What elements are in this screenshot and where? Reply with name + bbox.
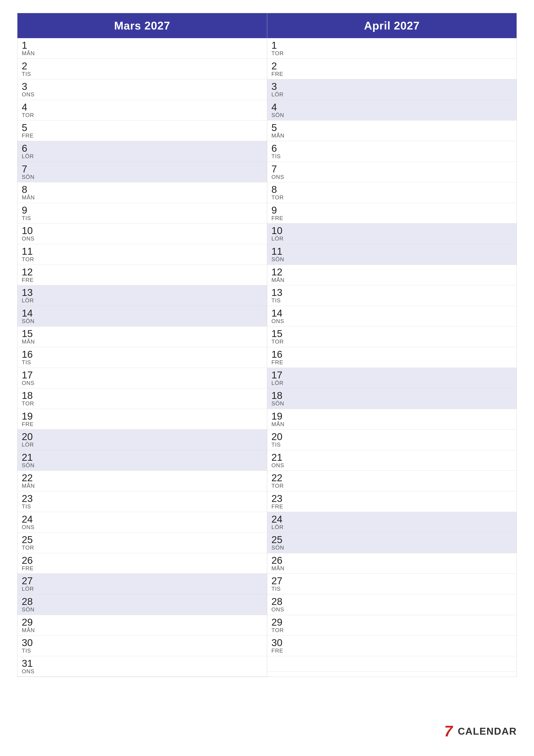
april-day-info-3: 3LÖR	[271, 81, 284, 97]
april-day-row-23: 23FRE	[267, 491, 517, 512]
mars-day-number-20: 20	[22, 432, 34, 442]
april-day-number-5: 5	[271, 122, 285, 133]
april-day-name-22: TOR	[271, 483, 284, 489]
april-day-info-9: 9FRE	[271, 205, 283, 221]
mars-day-number-10: 10	[22, 226, 35, 235]
mars-day-number-16: 16	[22, 349, 33, 359]
mars-day-number-22: 22	[22, 473, 35, 483]
mars-day-info-25: 25TOR	[22, 535, 34, 551]
mars-day-number-19: 19	[22, 411, 34, 421]
mars-day-name-30: TIS	[22, 648, 33, 654]
april-day-name-24: LÖR	[271, 524, 284, 530]
april-day-number-24: 24	[271, 514, 284, 524]
april-day-name-21: ONS	[271, 462, 284, 469]
mars-day-number-18: 18	[22, 391, 34, 400]
april-blank-row	[267, 656, 517, 672]
april-day-name-13: TIS	[271, 297, 283, 304]
april-day-number-16: 16	[271, 349, 283, 359]
mars-day-name-16: TIS	[22, 359, 33, 365]
mars-day-number-17: 17	[22, 370, 35, 380]
april-day-name-15: TOR	[271, 338, 284, 345]
mars-day-number-28: 28	[22, 597, 35, 607]
april-day-number-10: 10	[271, 226, 284, 235]
april-day-row-9: 9FRE	[267, 203, 517, 224]
mars-day-row-15: 15MÅN	[17, 327, 267, 347]
mars-day-number-6: 6	[22, 143, 34, 153]
mars-day-number-23: 23	[22, 494, 33, 503]
april-day-name-3: LÖR	[271, 92, 284, 97]
april-day-name-28: ONS	[271, 607, 284, 613]
mars-day-number-25: 25	[22, 535, 34, 545]
april-day-info-10: 10LÖR	[271, 226, 284, 242]
april-day-name-25: SÖN	[271, 545, 284, 551]
mars-day-info-9: 9TIS	[22, 205, 31, 221]
month-header-mars: Mars 2027	[17, 13, 267, 38]
april-day-info-2: 2FRE	[271, 61, 283, 77]
april-day-number-22: 22	[271, 473, 284, 483]
april-day-number-11: 11	[271, 246, 284, 256]
mars-day-info-17: 17ONS	[22, 370, 35, 386]
mars-day-row-31: 31ONS	[17, 656, 267, 677]
april-day-row-30: 30FRE	[267, 635, 517, 656]
april-day-name-16: FRE	[271, 359, 283, 365]
mars-day-info-6: 6LÖR	[22, 143, 34, 159]
april-day-name-29: TOR	[271, 627, 284, 634]
april-day-name-6: TIS	[271, 153, 281, 159]
mars-day-number-29: 29	[22, 617, 35, 627]
april-day-info-30: 30FRE	[271, 638, 283, 654]
april-day-number-26: 26	[271, 555, 285, 565]
mars-day-number-13: 13	[22, 287, 34, 297]
mars-day-name-19: FRE	[22, 421, 34, 427]
mars-day-name-11: TOR	[22, 256, 34, 262]
mars-day-name-25: TOR	[22, 545, 34, 551]
mars-day-info-3: 3ONS	[22, 81, 35, 97]
april-day-row-17: 17LÖR	[267, 368, 517, 389]
mars-day-info-1: 1MÅN	[22, 40, 35, 56]
mars-day-name-5: FRE	[22, 133, 34, 139]
april-day-name-17: LÖR	[271, 380, 284, 386]
mars-day-row-20: 20LÖR	[17, 429, 267, 450]
mars-day-name-17: ONS	[22, 380, 35, 386]
mars-day-name-27: LÖR	[22, 586, 34, 592]
april-day-row-8: 8TOR	[267, 182, 517, 203]
april-day-number-18: 18	[271, 391, 284, 400]
mars-day-name-10: ONS	[22, 235, 35, 242]
april-day-row-19: 19MÅN	[267, 409, 517, 430]
april-day-info-17: 17LÖR	[271, 370, 284, 386]
april-day-row-18: 18SÖN	[267, 388, 517, 409]
calendar-grid: Mars 2027 1MÅN2TIS3ONS4TOR5FRE6LÖR7SÖN8M…	[17, 13, 517, 677]
april-day-row-27: 27TIS	[267, 574, 517, 594]
april-day-info-11: 11SÖN	[271, 246, 284, 262]
mars-day-row-21: 21SÖN	[17, 450, 267, 471]
mars-day-row-11: 11TOR	[17, 244, 267, 265]
mars-day-number-8: 8	[22, 184, 35, 194]
mars-day-number-30: 30	[22, 638, 33, 648]
mars-day-info-14: 14SÖN	[22, 308, 35, 324]
april-day-number-15: 15	[271, 329, 284, 338]
month-column-april: April 2027 1TOR2FRE3LÖR4SÖN5MÅN6TIS7ONS8…	[267, 13, 517, 677]
april-day-name-14: ONS	[271, 318, 284, 324]
april-day-info-19: 19MÅN	[271, 411, 285, 427]
logo-calendar-text: CALENDAR	[458, 725, 517, 737]
mars-day-name-15: MÅN	[22, 338, 35, 345]
mars-day-row-28: 28SÖN	[17, 594, 267, 615]
mars-day-info-11: 11TOR	[22, 246, 34, 262]
mars-day-name-4: TOR	[22, 112, 34, 118]
april-day-info-14: 14ONS	[271, 308, 284, 324]
april-day-number-4: 4	[271, 102, 284, 112]
mars-day-name-6: LÖR	[22, 153, 34, 159]
april-day-number-7: 7	[271, 164, 284, 174]
april-day-row-26: 26MÅN	[267, 553, 517, 574]
mars-day-row-17: 17ONS	[17, 368, 267, 389]
april-day-info-24: 24LÖR	[271, 514, 284, 530]
april-day-row-11: 11SÖN	[267, 244, 517, 265]
april-day-number-23: 23	[271, 494, 283, 503]
mars-day-name-8: MÅN	[22, 194, 35, 201]
april-day-info-23: 23FRE	[271, 494, 283, 510]
april-day-name-4: SÖN	[271, 112, 284, 118]
mars-day-name-12: FRE	[22, 277, 34, 283]
april-day-number-12: 12	[271, 267, 285, 277]
april-day-info-29: 29TOR	[271, 617, 284, 634]
april-day-number-28: 28	[271, 597, 284, 607]
april-day-info-18: 18SÖN	[271, 391, 284, 407]
